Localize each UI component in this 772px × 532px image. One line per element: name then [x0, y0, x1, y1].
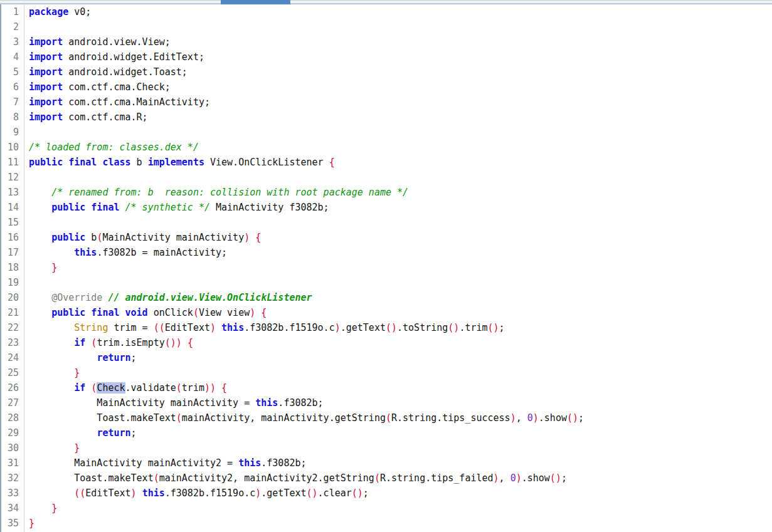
code-line[interactable]: 11public final class b implements View.O… — [0, 155, 772, 170]
horizontal-scrollbar-thumb[interactable] — [221, 0, 290, 4]
code-line[interactable]: 25 } — [0, 365, 772, 380]
line-number: 14 — [0, 200, 24, 215]
code-line[interactable]: 3import android.view.View; — [0, 34, 772, 50]
code-token: com.ctf.cma.MainActivity; — [63, 96, 210, 108]
code-token: .validate — [125, 382, 176, 394]
code-line[interactable]: 34 } — [0, 501, 772, 516]
code-token: (( — [74, 488, 85, 499]
code-token: com.ctf.cma.Check; — [63, 81, 171, 93]
code-token: () — [550, 472, 561, 484]
code-line[interactable]: 10/* loaded from: classes.dex */ — [0, 140, 772, 155]
code-token: /* loaded from: classes.dex */ — [29, 142, 199, 153]
code-token: trim.isEmpty — [97, 337, 164, 348]
code-token: trim — [182, 382, 204, 394]
code-token: ; — [131, 352, 137, 363]
code-text — [24, 170, 772, 185]
code-text: import android.widget.EditText; — [24, 50, 772, 65]
horizontal-scrollbar-track[interactable] — [0, 0, 772, 4]
code-line[interactable]: 35} — [0, 516, 772, 531]
code-text: MainActivity mainActivity = this.f3082b; — [24, 395, 772, 410]
code-token — [29, 352, 97, 363]
code-line[interactable]: 13 /* renamed from: b reason: collision … — [0, 185, 772, 200]
code-token: ; — [499, 322, 505, 333]
code-token: public — [51, 232, 85, 243]
code-token: View view — [199, 307, 250, 318]
code-token — [29, 292, 51, 303]
line-number: 13 — [0, 185, 24, 200]
code-token: ; — [363, 488, 369, 499]
code-line[interactable]: 20 @Override // android.view.View.OnClic… — [0, 290, 772, 305]
code-line[interactable]: 18 } — [0, 260, 772, 275]
code-line[interactable]: 2 — [0, 19, 772, 34]
line-number: 31 — [0, 456, 24, 471]
code-token: 0 — [527, 412, 533, 424]
code-lines[interactable]: 1package v0;23import android.view.View;4… — [0, 4, 772, 531]
code-text: Toast.makeText(mainActivity, mainActivit… — [24, 410, 772, 425]
code-line[interactable]: 31 MainActivity mainActivity2 = this.f30… — [0, 456, 772, 471]
code-token: EditText — [85, 488, 130, 499]
code-line[interactable]: 22 String trim = ((EditText) this.f3082b… — [0, 320, 772, 335]
code-token: ( — [374, 472, 380, 484]
code-line[interactable]: 27 MainActivity mainActivity = this.f308… — [0, 395, 772, 410]
code-line[interactable]: 21 public final void onClick(View view) … — [0, 305, 772, 320]
code-line[interactable]: 12 — [0, 170, 772, 185]
code-line[interactable]: 14 public final /* synthetic */ MainActi… — [0, 200, 772, 215]
code-line[interactable]: 29 return; — [0, 425, 772, 441]
code-token — [29, 367, 74, 378]
code-text: public final void onClick(View view) { — [24, 305, 772, 320]
line-number: 21 — [0, 305, 24, 320]
code-token: MainActivity mainActivity = — [29, 397, 255, 409]
code-text: /* loaded from: classes.dex */ — [24, 140, 772, 155]
code-token: .f3082b = mainActivity; — [97, 247, 227, 258]
code-line[interactable]: 1package v0; — [0, 4, 772, 19]
code-token: { — [329, 157, 335, 168]
code-line[interactable]: 19 — [0, 275, 772, 290]
code-line[interactable]: 5import android.widget.Toast; — [0, 65, 772, 80]
code-line[interactable]: 23 if (trim.isEmpty()) { — [0, 335, 772, 350]
code-token: 0 — [510, 472, 516, 484]
code-token — [29, 247, 74, 258]
code-token — [120, 202, 125, 213]
code-line[interactable]: 7import com.ctf.cma.MainActivity; — [0, 95, 772, 110]
code-line[interactable]: 33 ((EditText) this.f3082b.f1519o.c).get… — [0, 486, 772, 501]
code-text: } — [24, 516, 772, 531]
line-number: 22 — [0, 320, 24, 335]
code-token: } — [51, 503, 57, 514]
code-text: import com.ctf.cma.MainActivity; — [24, 95, 772, 110]
line-number: 12 — [0, 170, 24, 185]
code-token: ( — [154, 472, 159, 484]
code-token: Toast.makeText — [29, 412, 176, 424]
code-token: ( — [176, 382, 182, 394]
code-token: () — [352, 488, 363, 499]
code-text — [24, 275, 772, 290]
code-token — [29, 442, 74, 454]
code-token: ) — [131, 488, 137, 499]
code-line[interactable]: 4import android.widget.EditText; — [0, 50, 772, 65]
code-line[interactable]: 16 public b(MainActivity mainActivity) { — [0, 230, 772, 245]
code-token: , — [516, 412, 527, 424]
code-token — [29, 307, 51, 318]
code-line[interactable]: 24 return; — [0, 350, 772, 365]
code-line[interactable]: 30 } — [0, 441, 772, 456]
code-line[interactable]: 15 — [0, 215, 772, 230]
code-text — [24, 125, 772, 140]
code-token — [29, 488, 74, 499]
code-token: ) — [516, 472, 522, 484]
code-line[interactable]: 17 this.f3082b = mainActivity; — [0, 245, 772, 260]
code-token: ; — [561, 472, 567, 484]
code-line[interactable]: 6import com.ctf.cma.Check; — [0, 80, 772, 95]
code-line[interactable]: 28 Toast.makeText(mainActivity, mainActi… — [0, 410, 772, 425]
code-line[interactable]: 8import com.ctf.cma.R; — [0, 110, 772, 125]
code-token: )) — [204, 382, 216, 394]
code-token — [29, 337, 74, 348]
code-token — [29, 322, 74, 333]
code-text: MainActivity mainActivity2 = this.f3082b… — [24, 456, 772, 471]
code-line[interactable]: 32 Toast.makeText(mainActivity2, mainAct… — [0, 471, 772, 486]
line-number: 2 — [0, 19, 24, 34]
line-number: 23 — [0, 335, 24, 350]
code-token — [29, 262, 51, 273]
code-token: .getText — [341, 322, 386, 333]
code-line[interactable]: 26 if (Check.validate(trim)) { — [0, 380, 772, 395]
code-line[interactable]: 9 — [0, 125, 772, 140]
code-text: if (trim.isEmpty()) { — [24, 335, 772, 350]
